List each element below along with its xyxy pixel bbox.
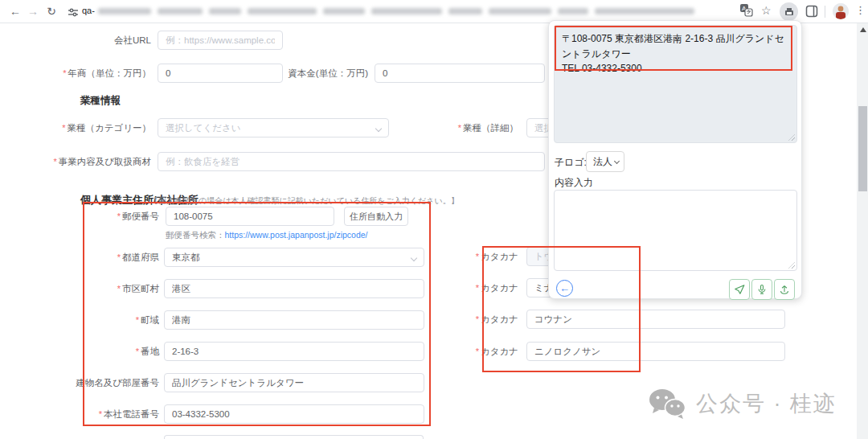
industry-detail-label: *業種（詳細）	[390, 118, 518, 137]
url-redacted-segment	[448, 8, 482, 14]
url-redacted-segment	[371, 8, 442, 14]
annual-sales-label: *年商（単位：万円）	[23, 64, 151, 83]
site-info-icon[interactable]	[68, 6, 79, 21]
paper-plane-icon	[734, 284, 745, 295]
profile-avatar[interactable]	[833, 3, 849, 19]
resize-handle-icon[interactable]	[788, 134, 795, 141]
capital-input[interactable]	[375, 64, 545, 83]
watermark-text: 公众号 · 桂迹	[696, 389, 837, 418]
send-button[interactable]	[729, 279, 750, 300]
url-redacted-segment	[558, 8, 588, 14]
url-redacted-segment	[248, 8, 317, 14]
url-redacted-segment	[209, 8, 241, 14]
business-description-input[interactable]	[158, 152, 545, 171]
page-scrollbar-thumb[interactable]	[858, 106, 867, 191]
highlight-box-address-form	[83, 202, 431, 426]
capital-label: 資本金(単位：万円)	[240, 64, 368, 83]
next-row-input-partial	[164, 435, 424, 439]
url-redacted-segment	[158, 8, 203, 14]
toolbar-separator	[825, 6, 825, 18]
url-redacted-segment	[323, 8, 365, 14]
wechat-icon	[648, 388, 686, 420]
url-redacted-segment	[489, 8, 551, 14]
watermark: 公众号 · 桂迹	[648, 388, 837, 420]
pinned-extension-icon[interactable]	[780, 2, 798, 21]
company-url-input[interactable]	[158, 31, 283, 50]
microphone-icon	[756, 284, 768, 295]
address-bar-url[interactable]: qa-	[82, 6, 95, 15]
microphone-button[interactable]	[751, 279, 772, 300]
industry-section-title: 業種情報	[80, 94, 121, 108]
highlight-box-katakana	[482, 246, 641, 372]
url-redacted-segment	[98, 8, 151, 14]
business-description-label: *事業内容及び取扱商材	[23, 152, 151, 171]
child-logo-select[interactable]: 法人	[586, 151, 624, 172]
upload-button[interactable]	[774, 279, 795, 300]
menu-kebab-icon[interactable]: ⋮	[855, 4, 866, 16]
company-url-label: 会社URL	[23, 31, 151, 50]
resize-handle-icon[interactable]	[788, 262, 795, 269]
upload-arrow-icon	[779, 284, 790, 295]
industry-category-label: *業種（カテゴリー）	[23, 118, 151, 137]
side-panel-icon[interactable]	[805, 5, 818, 21]
page-scrollbar-track[interactable]	[857, 23, 868, 439]
reload-icon[interactable]: ↻	[43, 2, 60, 20]
child-logo-label: 子ロゴ:	[555, 156, 587, 170]
content-input-label: 内容入力	[555, 176, 593, 190]
translate-icon[interactable]: A	[739, 3, 753, 19]
url-redacted-segment	[595, 8, 694, 14]
industry-category-select[interactable]: 選択してください	[158, 118, 389, 137]
chevron-down-icon	[375, 125, 382, 132]
back-icon[interactable]: ←	[6, 2, 24, 20]
browser-window: ← → ↻ qa- A ☆ ⋮	[0, 0, 868, 439]
scrollbar-up-arrow-icon[interactable]	[860, 27, 866, 32]
bookmark-star-icon[interactable]: ☆	[761, 4, 772, 17]
highlight-box-source-address	[555, 26, 792, 71]
chevron-down-icon	[614, 158, 620, 164]
forward-icon[interactable]: →	[24, 2, 42, 20]
